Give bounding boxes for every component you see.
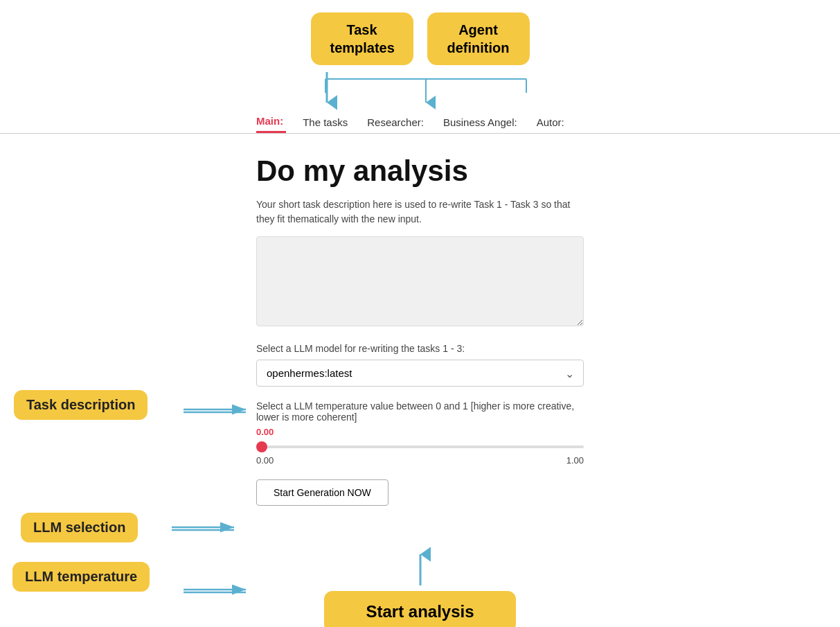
llm-temperature-annotation: LLM temperature xyxy=(12,562,150,592)
temperature-value-display: 0.00 xyxy=(256,427,584,437)
description-text: Your short task description here is used… xyxy=(256,197,584,227)
temp-min-label: 0.00 xyxy=(256,455,274,466)
temperature-slider-wrapper xyxy=(256,439,584,451)
start-generation-button[interactable]: Start Generation NOW xyxy=(256,479,388,506)
brace-arrow-icon xyxy=(319,72,533,114)
tab-the-tasks[interactable]: The tasks xyxy=(293,116,357,132)
up-arrow-icon xyxy=(410,547,431,585)
agent-definition-button[interactable]: Agent definition xyxy=(427,12,530,65)
task-templates-button[interactable]: Task templates xyxy=(311,12,413,65)
start-analysis-button[interactable]: Start analysis xyxy=(324,591,515,627)
tabs-bar: Main: The tasks Researcher: Business Ang… xyxy=(0,115,840,134)
tab-researcher[interactable]: Researcher: xyxy=(357,116,434,132)
start-analysis-label: Start analysis xyxy=(366,602,474,621)
llm-select-wrapper: openhermes:latest gpt-4 gpt-3.5-turbo ll… xyxy=(256,360,584,387)
task-description-input[interactable] xyxy=(256,236,584,326)
agent-definition-label: Agent definition xyxy=(447,22,510,55)
tab-autor[interactable]: Autor: xyxy=(527,116,574,132)
temp-max-label: 1.00 xyxy=(566,455,584,466)
task-templates-label: Task templates xyxy=(330,22,395,55)
temperature-slider[interactable] xyxy=(256,445,584,448)
temperature-label: Select a LLM temperature value between 0… xyxy=(256,400,584,423)
tab-business-angel[interactable]: Business Angel: xyxy=(434,116,527,132)
llm-temperature-arrow-icon xyxy=(184,583,253,597)
page-title: Do my analysis xyxy=(256,154,584,188)
tab-main[interactable]: Main: xyxy=(256,115,286,133)
llm-select-label: Select a LLM model for re-writing the ta… xyxy=(256,343,584,354)
llm-model-select[interactable]: openhermes:latest gpt-4 gpt-3.5-turbo ll… xyxy=(256,360,584,387)
